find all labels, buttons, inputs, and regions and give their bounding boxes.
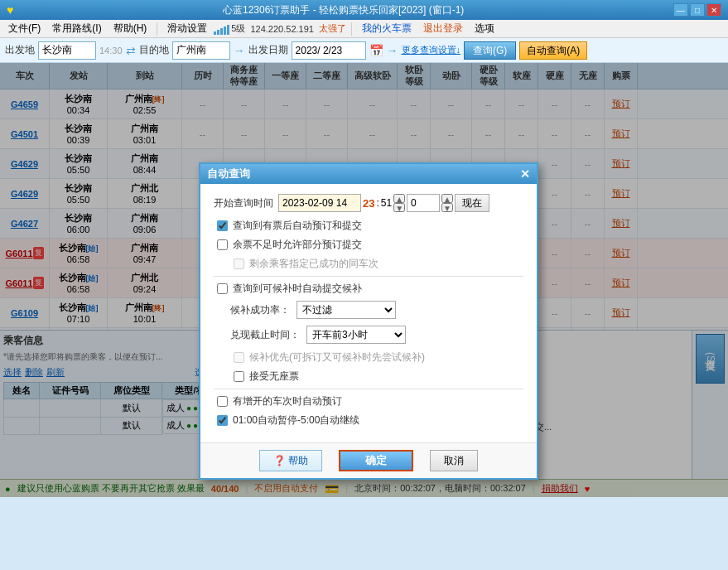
window-title: 心蓝12306订票助手 - 轻松购票快乐回家[2023] (窗口-1) bbox=[13, 3, 673, 17]
checkbox-row-1: 查询到有票后自动预订和提交 bbox=[214, 219, 523, 233]
modal-body: 开始查询时间 23 : 51 ▲ ▼ ▲ bbox=[200, 184, 537, 442]
no-seat-label: 接受无座票 bbox=[249, 370, 299, 384]
checkbox-row-3: 剩余乘客指定已成功的同车次 bbox=[214, 257, 523, 271]
hour-up-btn[interactable]: ▲ bbox=[393, 194, 405, 203]
from-time: 14:30 bbox=[99, 46, 123, 56]
cancel-button[interactable]: 取消 bbox=[430, 450, 478, 471]
waitlist-priority-checkbox[interactable] bbox=[234, 352, 244, 363]
logout[interactable]: 退出登录 bbox=[418, 20, 468, 37]
checkbox-row-5: 候补优先(可拆订又可候补时先尝试候补) bbox=[214, 350, 523, 365]
main-content: 车次 发站 到站 历时 商务座特等座 一等座 二等座 高级软卧 软卧等级 动卧 … bbox=[0, 63, 728, 497]
time-minutes: 51 bbox=[381, 197, 392, 209]
confirm-button[interactable]: 确定 bbox=[339, 450, 413, 471]
menu-bar: 文件(F) 常用路线(I) 帮助(H) 滑动设置 5级 124.220.52.1… bbox=[0, 20, 728, 38]
menu-routes[interactable]: 常用路线(I) bbox=[47, 20, 106, 37]
toolbar: 出发地 14:30 ⇄ 目的地 → 出发日期 📅 → 更多查询设置↓ 查询(G)… bbox=[0, 38, 728, 63]
partial-book-checkbox[interactable] bbox=[217, 239, 228, 250]
signal-bar-5 bbox=[227, 25, 229, 35]
waitlist-priority-label: 候补优先(可拆订又可候补时先尝试候补) bbox=[249, 350, 425, 365]
hour-down-btn[interactable]: ▼ bbox=[393, 203, 405, 212]
auto-book-checkbox[interactable] bbox=[217, 220, 228, 231]
to-label: 目的地 bbox=[139, 43, 169, 57]
success-rate-label: 候补成功率： bbox=[230, 303, 290, 317]
deadline-row: 兑现截止时间： 开车前3小时 bbox=[214, 326, 523, 344]
checkbox-row-7: 有增开的车次时自动预订 bbox=[214, 394, 523, 408]
date-label: 出发日期 bbox=[248, 43, 288, 57]
now-button[interactable]: 现在 bbox=[455, 194, 489, 212]
partial-book-label: 余票不足时允许部分预订提交 bbox=[233, 238, 362, 252]
calendar-icon[interactable]: 📅 bbox=[369, 44, 383, 57]
query-button[interactable]: 查询(G) bbox=[464, 41, 516, 60]
modal-divider-2 bbox=[214, 389, 523, 389]
app-container: ♥ 心蓝12306订票助手 - 轻松购票快乐回家[2023] (窗口-1) — … bbox=[0, 0, 728, 497]
date-arrow-icon: → bbox=[387, 44, 398, 57]
auto-query-modal: 自动查询 ✕ 开始查询时间 23 : 51 ▲ bbox=[199, 162, 538, 480]
slide-settings[interactable]: 滑动设置 bbox=[162, 20, 212, 37]
deadline-label: 兑现截止时间： bbox=[230, 328, 300, 342]
auto-pause-label: 01:00自动暂停-5:00自动继续 bbox=[233, 413, 359, 428]
app-icon: ♥ bbox=[7, 3, 13, 17]
checkbox-row-4: 查询到可候补时自动提交候补 bbox=[214, 282, 523, 296]
auto-query-button[interactable]: 自动查询(A) bbox=[519, 41, 587, 60]
spinner-group-2: ▲ ▼ bbox=[441, 194, 453, 212]
to-arrow-icon: → bbox=[234, 44, 245, 57]
help-button[interactable]: ❓ 帮助 bbox=[259, 450, 322, 471]
signal-indicator bbox=[214, 23, 229, 35]
same-train-label: 剩余乘客指定已成功的同车次 bbox=[249, 257, 378, 271]
signal-bar-1 bbox=[214, 31, 216, 35]
modal-divider-1 bbox=[214, 276, 523, 277]
menu-help[interactable]: 帮助(H) bbox=[108, 20, 152, 37]
title-bar: ♥ 心蓝12306订票助手 - 轻松购票快乐回家[2023] (窗口-1) — … bbox=[0, 0, 728, 20]
time-zero-input[interactable] bbox=[407, 194, 440, 212]
no-seat-checkbox[interactable] bbox=[234, 371, 244, 382]
signal-bar-3 bbox=[220, 28, 223, 35]
auto-pause-checkbox[interactable] bbox=[217, 415, 228, 426]
start-time-label: 开始查询时间 bbox=[214, 196, 273, 210]
signal-bar-2 bbox=[217, 30, 219, 35]
modal-footer: ❓ 帮助 确定 取消 bbox=[200, 442, 537, 478]
more-settings-link[interactable]: 更多查询设置↓ bbox=[402, 44, 461, 56]
signal-bar-4 bbox=[224, 27, 226, 35]
minimize-button[interactable]: — bbox=[673, 3, 688, 17]
checkbox-row-6: 接受无座票 bbox=[214, 370, 523, 384]
close-button[interactable]: ✕ bbox=[706, 3, 721, 17]
start-time-row: 开始查询时间 23 : 51 ▲ ▼ ▲ bbox=[214, 194, 523, 212]
waitlist-label: 查询到可候补时自动提交候补 bbox=[233, 282, 362, 296]
signal-quality: 太强了 bbox=[319, 22, 346, 35]
maximize-button[interactable]: □ bbox=[690, 3, 705, 17]
my-tickets[interactable]: 我的火车票 bbox=[357, 20, 417, 37]
time-sep-1: : bbox=[376, 197, 378, 209]
from-label: 出发地 bbox=[5, 43, 35, 57]
from-input[interactable] bbox=[38, 41, 96, 60]
checkbox-row-8: 01:00自动暂停-5:00自动继续 bbox=[214, 413, 523, 428]
time-field-group: 23 : 51 ▲ ▼ ▲ ▼ 现在 bbox=[278, 194, 489, 212]
modal-overlay: 自动查询 ✕ 开始查询时间 23 : 51 ▲ bbox=[0, 63, 728, 497]
signal-level: 5级 bbox=[231, 22, 245, 35]
modal-title-bar: 自动查询 ✕ bbox=[200, 164, 537, 184]
modal-title-text: 自动查询 bbox=[207, 167, 250, 181]
waitlist-checkbox[interactable] bbox=[217, 283, 228, 294]
spinner-group-1: ▲ ▼ bbox=[393, 194, 405, 212]
success-rate-select[interactable]: 不过滤 bbox=[297, 301, 396, 319]
same-train-checkbox[interactable] bbox=[234, 258, 244, 269]
modal-close-button[interactable]: ✕ bbox=[520, 167, 530, 181]
new-train-checkbox[interactable] bbox=[217, 396, 228, 407]
min-down-btn[interactable]: ▼ bbox=[441, 203, 453, 212]
auto-book-label: 查询到有票后自动预订和提交 bbox=[233, 219, 362, 233]
swap-arrow-icon[interactable]: ⇄ bbox=[126, 44, 136, 57]
menu-file[interactable]: 文件(F) bbox=[3, 20, 46, 37]
to-input[interactable] bbox=[172, 41, 230, 60]
date-input[interactable] bbox=[292, 41, 366, 60]
min-up-btn[interactable]: ▲ bbox=[441, 194, 453, 203]
deadline-select[interactable]: 开车前3小时 bbox=[306, 326, 406, 344]
new-train-label: 有增开的车次时自动预订 bbox=[233, 394, 342, 408]
ip-address: 124.220.52.191 bbox=[250, 24, 313, 34]
menu-divider-1 bbox=[157, 22, 157, 36]
start-date-input[interactable] bbox=[278, 194, 361, 212]
time-colon-1: 23 bbox=[363, 197, 374, 210]
window-controls: — □ ✕ bbox=[673, 3, 721, 17]
checkbox-row-2: 余票不足时允许部分预订提交 bbox=[214, 238, 523, 252]
success-rate-row: 候补成功率： 不过滤 bbox=[214, 301, 523, 319]
menu-divider-2 bbox=[351, 22, 352, 36]
options[interactable]: 选项 bbox=[470, 20, 499, 37]
